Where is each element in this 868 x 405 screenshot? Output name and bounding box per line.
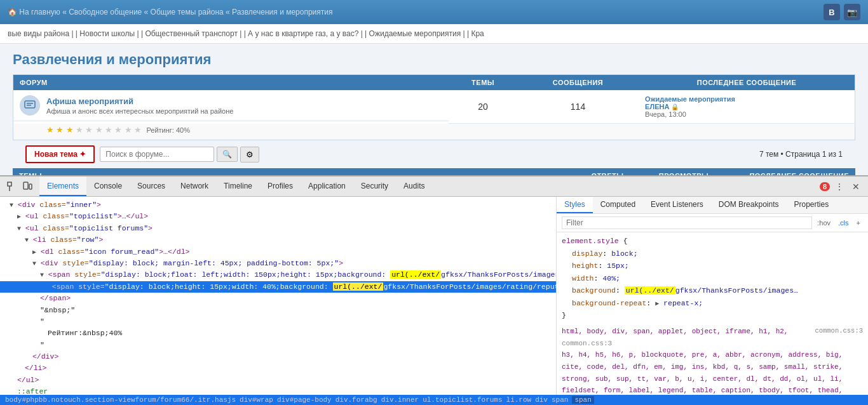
star-4: ★ bbox=[76, 125, 83, 135]
star-7: ★ bbox=[105, 125, 112, 135]
page-title: Развлечения и мероприятия bbox=[13, 51, 855, 68]
star-2: ★ bbox=[56, 125, 64, 135]
svg-rect-3 bbox=[8, 182, 11, 186]
page-content: Развлечения и мероприятия ФОРУМ ТЕМЫ СОО… bbox=[0, 44, 868, 187]
star-1: ★ bbox=[46, 125, 54, 135]
devtools-menu-button[interactable]: ⋮ bbox=[832, 180, 846, 188]
devtools-close-button[interactable]: ✕ bbox=[849, 180, 863, 188]
action-bar-left: Новая тема ✦ 🔍 ⚙ bbox=[25, 145, 259, 163]
messages-col-header: СООБЩЕНИЯ bbox=[517, 75, 639, 91]
forum-description: Афиша и анонс всех интересных мероприяти… bbox=[46, 107, 233, 115]
svg-rect-1 bbox=[27, 103, 33, 104]
forum-row: Афиша мероприятий Афиша и анонс всех инт… bbox=[13, 90, 855, 124]
forum-details: Афиша мероприятий Афиша и анонс всех инт… bbox=[46, 96, 233, 115]
svg-rect-6 bbox=[29, 184, 32, 188]
star-9: ★ bbox=[125, 125, 132, 135]
settings-button[interactable]: ⚙ bbox=[240, 147, 259, 163]
forum-header-row: ФОРУМ ТЕМЫ СООБЩЕНИЯ ПОСЛЕДНЕЕ СООБЩЕНИЕ bbox=[13, 75, 855, 91]
star-10: ★ bbox=[134, 125, 142, 135]
devtools-panel: Elements Console Sources Network Timelin… bbox=[0, 175, 868, 187]
devtools-resize-handle[interactable] bbox=[0, 176, 868, 179]
vk-icon[interactable]: В bbox=[824, 4, 840, 20]
device-icon[interactable] bbox=[20, 180, 34, 188]
last-user-link[interactable]: ЕЛЕНА bbox=[645, 103, 669, 110]
svg-rect-5 bbox=[24, 182, 28, 188]
rating-text: Рейтинг: 40% bbox=[146, 126, 190, 134]
rating-row: ★ ★ ★ ★ ★ ★ ★ ★ ★ ★ Рейтинг: 40% bbox=[13, 124, 855, 140]
forum-title-link[interactable]: Афиша мероприятий bbox=[46, 96, 133, 106]
inspect-icon[interactable] bbox=[5, 180, 19, 188]
social-icons: В 📷 bbox=[824, 4, 860, 20]
star-5: ★ bbox=[85, 125, 93, 135]
themes-col-header: ТЕМЫ bbox=[449, 75, 517, 91]
last-message-cell: Ожидаемые мероприятия ЕЛЕНА 🔒 Вчера, 13:… bbox=[639, 90, 855, 124]
svg-rect-2 bbox=[27, 105, 31, 106]
svg-rect-0 bbox=[25, 101, 35, 108]
devtools-toolbar-right: 8 ⋮ ✕ bbox=[820, 180, 863, 188]
forum-icon bbox=[20, 95, 40, 116]
forum-table: ФОРУМ ТЕМЫ СООБЩЕНИЯ ПОСЛЕДНЕЕ СООБЩЕНИЕ… bbox=[13, 74, 855, 140]
top-navigation: 🏠 На главную « Свободное общение « Общие… bbox=[0, 0, 868, 24]
breadcrumb-text: 🏠 На главную « Свободное общение « Общие… bbox=[8, 8, 333, 17]
devtools-icons bbox=[5, 180, 34, 188]
star-8: ★ bbox=[114, 125, 122, 135]
new-topic-button[interactable]: Новая тема ✦ bbox=[25, 145, 95, 163]
action-bar: Новая тема ✦ 🔍 ⚙ 7 тем • Страница 1 из 1 bbox=[13, 140, 855, 168]
last-col-header: ПОСЛЕДНЕЕ СООБЩЕНИЕ bbox=[639, 75, 855, 91]
instagram-icon[interactable]: 📷 bbox=[844, 4, 860, 20]
search-area: 🔍 ⚙ bbox=[100, 147, 259, 163]
messages-count: 114 bbox=[517, 90, 639, 124]
rating-cell: ★ ★ ★ ★ ★ ★ ★ ★ ★ ★ Рейтинг: 40% bbox=[13, 124, 855, 140]
last-topic-link[interactable]: Ожидаемые мероприятия bbox=[645, 95, 735, 103]
breadcrumb: 🏠 На главную « Свободное общение « Общие… bbox=[8, 8, 333, 17]
forum-col-header: ФОРУМ bbox=[13, 75, 449, 91]
star-6: ★ bbox=[95, 125, 103, 135]
secondary-nav: вые виды района | | Новости школы | | Об… bbox=[0, 24, 868, 44]
sec-nav-links: вые виды района | | Новости школы | | Об… bbox=[8, 29, 484, 38]
search-input[interactable] bbox=[100, 147, 214, 162]
star-3: ★ bbox=[66, 125, 74, 135]
search-button[interactable]: 🔍 bbox=[217, 147, 238, 162]
page-info: 7 тем • Страница 1 из 1 bbox=[759, 150, 843, 159]
error-badge: 8 bbox=[820, 182, 830, 188]
forum-info-cell: Афиша мероприятий Афиша и анонс всех инт… bbox=[13, 90, 449, 121]
topics-count: 20 bbox=[449, 90, 517, 124]
last-timestamp: Вчера, 13:00 bbox=[645, 110, 848, 118]
